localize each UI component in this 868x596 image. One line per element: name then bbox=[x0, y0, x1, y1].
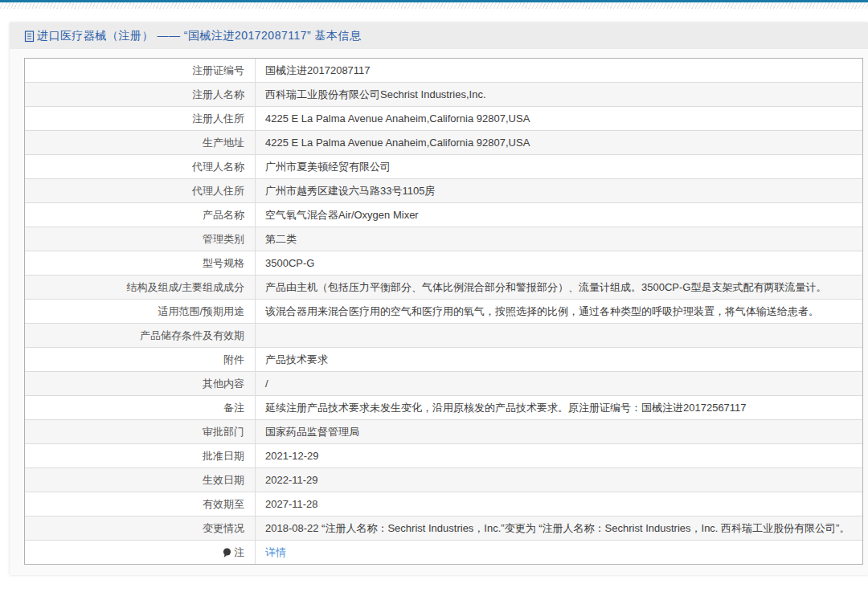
field-label: 生效日期 bbox=[25, 468, 256, 492]
field-label: 注册证编号 bbox=[25, 59, 256, 82]
field-label: 注册人住所 bbox=[25, 107, 256, 130]
field-label-text: 代理人住所 bbox=[192, 183, 244, 198]
field-value: 第二类 bbox=[256, 227, 862, 251]
table-row: 生产地址 4225 E La Palma Avenue Anaheim,Cali… bbox=[25, 131, 862, 155]
field-value-text: 国家药品监督管理局 bbox=[265, 424, 359, 439]
table-row: 产品储存条件及有效期 bbox=[25, 324, 862, 348]
field-value-text: 广州市越秀区建设六马路33号1105房 bbox=[265, 183, 435, 198]
field-value: 3500CP-G bbox=[256, 251, 862, 275]
field-label-text: 产品名称 bbox=[203, 207, 244, 222]
field-label-text: 其他内容 bbox=[203, 376, 244, 391]
table-row: 代理人名称 广州市夏美顿经贸有限公司 bbox=[25, 155, 862, 179]
field-value: 该混合器用来混合医疗用的空气和医疗用的氧气，按照选择的比例，通过各种类型的呼吸护… bbox=[256, 300, 862, 323]
field-label-text: 产品储存条件及有效期 bbox=[140, 328, 244, 343]
field-label: 审批部门 bbox=[25, 420, 256, 443]
field-value: 4225 E La Palma Avenue Anaheim,Californi… bbox=[256, 107, 862, 130]
field-value: 2022-11-29 bbox=[256, 468, 862, 492]
table-row: 审批部门 国家药品监督管理局 bbox=[25, 420, 862, 444]
field-value-text: 该混合器用来混合医疗用的空气和医疗用的氧气，按照选择的比例，通过各种类型的呼吸护… bbox=[265, 304, 819, 319]
table-row: 有效期至 2027-11-28 bbox=[25, 492, 862, 516]
table-row: 注册人住所 4225 E La Palma Avenue Anaheim,Cal… bbox=[25, 107, 862, 131]
field-label-text: 附件 bbox=[223, 352, 244, 367]
field-label-text: 注册证编号 bbox=[192, 63, 244, 78]
field-label-text: 结构及组成/主要组成成分 bbox=[126, 280, 244, 295]
field-label: 生产地址 bbox=[25, 131, 256, 154]
table-row: 结构及组成/主要组成成分 产品由主机（包括压力平衡部分、气体比例混合部分和警报部… bbox=[25, 276, 862, 300]
table-row: 批准日期 2021-12-29 bbox=[25, 444, 862, 468]
table-row: 注 详情 bbox=[25, 541, 862, 564]
field-label: 注 bbox=[25, 541, 256, 564]
field-value: 产品由主机（包括压力平衡部分、气体比例混合部分和警报部分）、流量计组成。3500… bbox=[256, 276, 862, 299]
field-label: 适用范围/预期用途 bbox=[25, 300, 256, 323]
field-value: 2027-11-28 bbox=[256, 492, 862, 516]
panel-header: 进口医疗器械（注册） —— “国械注进20172087117” 基本信息 bbox=[10, 22, 868, 49]
field-label: 产品储存条件及有效期 bbox=[25, 324, 256, 347]
field-label: 代理人住所 bbox=[25, 179, 256, 202]
field-label: 注册人名称 bbox=[25, 83, 256, 106]
field-label-text: 代理人名称 bbox=[192, 159, 244, 174]
field-value: 2021-12-29 bbox=[256, 444, 862, 467]
field-label: 结构及组成/主要组成成分 bbox=[25, 276, 256, 299]
hatch-stripe bbox=[0, 2, 868, 9]
field-label: 管理类别 bbox=[25, 227, 256, 251]
field-label-text: 审批部门 bbox=[203, 424, 244, 439]
document-icon bbox=[24, 31, 35, 43]
table-row: 注册证编号 国械注进20172087117 bbox=[25, 59, 862, 83]
field-value-text: 国械注进20172087117 bbox=[265, 63, 371, 78]
field-label-text: 变更情况 bbox=[203, 520, 244, 536]
field-value-text: 空气氧气混合器Air/Oxygen Mixer bbox=[265, 207, 419, 222]
field-value-text: 产品技术要求 bbox=[265, 352, 328, 367]
content-panel: 进口医疗器械（注册） —— “国械注进20172087117” 基本信息 注册证… bbox=[10, 22, 868, 575]
table-row: 注册人名称 西科瑞工业股份有限公司Sechrist Industries,Inc… bbox=[25, 83, 862, 107]
table-row: 其他内容 / bbox=[25, 372, 862, 396]
info-table: 注册证编号 国械注进20172087117 注册人名称 西科瑞工业股份有限公司S… bbox=[24, 58, 863, 565]
field-value-text: 2022-11-29 bbox=[265, 472, 318, 488]
field-label: 代理人名称 bbox=[25, 155, 256, 178]
field-value: 国家药品监督管理局 bbox=[256, 420, 862, 443]
field-label-text: 备注 bbox=[223, 400, 244, 415]
field-value-text: 2021-12-29 bbox=[265, 448, 319, 463]
field-value: 西科瑞工业股份有限公司Sechrist Industries,Inc. bbox=[256, 83, 862, 106]
field-value-text: 第二类 bbox=[265, 231, 297, 247]
field-value: 4225 E La Palma Avenue Anaheim,Californi… bbox=[256, 131, 862, 154]
field-label-text: 注 bbox=[234, 545, 244, 560]
field-value: 广州市夏美顿经贸有限公司 bbox=[256, 155, 862, 178]
table-row: 型号规格 3500CP-G bbox=[25, 251, 862, 276]
field-label-text: 型号规格 bbox=[203, 255, 244, 271]
note-icon bbox=[223, 548, 231, 558]
field-label-text: 注册人住所 bbox=[192, 111, 244, 126]
field-value: 广州市越秀区建设六马路33号1105房 bbox=[256, 179, 862, 202]
field-label: 变更情况 bbox=[25, 516, 256, 540]
field-label: 有效期至 bbox=[25, 492, 256, 516]
field-label-text: 有效期至 bbox=[203, 496, 244, 512]
field-value-text: 2027-11-28 bbox=[265, 496, 318, 512]
field-value: 空气氧气混合器Air/Oxygen Mixer bbox=[256, 203, 862, 227]
field-value-text: 广州市夏美顿经贸有限公司 bbox=[265, 159, 391, 174]
field-value-text: 西科瑞工业股份有限公司Sechrist Industries,Inc. bbox=[265, 87, 486, 102]
field-label-text: 适用范围/预期用途 bbox=[158, 304, 244, 319]
field-label-text: 管理类别 bbox=[203, 231, 244, 247]
field-value: 国械注进20172087117 bbox=[256, 59, 862, 82]
field-value bbox=[256, 324, 862, 347]
field-value: 延续注册产品技术要求未发生变化，沿用原核发的产品技术要求。原注册证编号：国械注进… bbox=[256, 396, 862, 419]
field-value: 2018-08-22 “注册人名称：Sechrist Industries，In… bbox=[256, 516, 862, 540]
field-label-text: 生效日期 bbox=[203, 472, 244, 488]
table-row: 生效日期 2022-11-29 bbox=[25, 468, 862, 492]
field-value-text: 4225 E La Palma Avenue Anaheim,Californi… bbox=[265, 135, 530, 150]
details-link[interactable]: 详情 bbox=[265, 545, 286, 560]
table-row: 管理类别 第二类 bbox=[25, 227, 862, 251]
field-label: 产品名称 bbox=[25, 203, 256, 227]
field-value-text: 延续注册产品技术要求未发生变化，沿用原核发的产品技术要求。原注册证编号：国械注进… bbox=[265, 400, 747, 415]
table-row: 备注 延续注册产品技术要求未发生变化，沿用原核发的产品技术要求。原注册证编号：国… bbox=[25, 396, 862, 420]
table-row: 代理人住所 广州市越秀区建设六马路33号1105房 bbox=[25, 179, 862, 203]
field-label: 附件 bbox=[25, 348, 256, 371]
field-label: 备注 bbox=[25, 396, 256, 419]
table-row: 产品名称 空气氧气混合器Air/Oxygen Mixer bbox=[25, 203, 862, 227]
field-label-text: 注册人名称 bbox=[192, 87, 244, 102]
table-row: 附件 产品技术要求 bbox=[25, 348, 862, 372]
field-value-text: / bbox=[265, 376, 268, 391]
table-row: 适用范围/预期用途 该混合器用来混合医疗用的空气和医疗用的氧气，按照选择的比例，… bbox=[25, 300, 862, 324]
field-label: 批准日期 bbox=[25, 444, 256, 467]
field-value-text: 3500CP-G bbox=[265, 255, 314, 271]
field-label-text: 批准日期 bbox=[203, 448, 244, 463]
